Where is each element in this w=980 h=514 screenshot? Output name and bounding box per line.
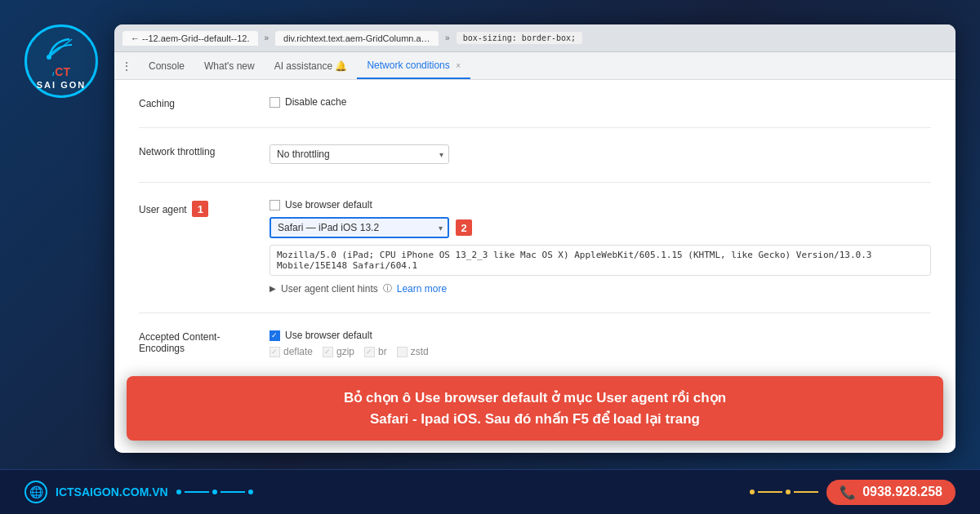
zstd-checkbox bbox=[397, 347, 408, 357]
encodings-list: deflate gzip br zstd bbox=[270, 346, 931, 357]
logo-icon bbox=[41, 33, 82, 65]
badge-2: 2 bbox=[456, 219, 472, 236]
globe-icon: 🌐 bbox=[24, 481, 47, 503]
tab-whatsnew[interactable]: What's new bbox=[194, 54, 265, 78]
encodings-label: Accepted Content- Encodings bbox=[139, 330, 270, 354]
dot-y2 bbox=[786, 490, 791, 494]
hints-row: ▶ User agent client hints ⓘ Learn more bbox=[270, 282, 931, 295]
circuit-left bbox=[176, 490, 253, 494]
throttling-control: No throttling bbox=[270, 144, 931, 164]
line2 bbox=[220, 491, 245, 493]
encoding-gzip: gzip bbox=[323, 346, 354, 357]
dot1 bbox=[176, 490, 181, 494]
deflate-label: deflate bbox=[283, 346, 313, 357]
divider1 bbox=[139, 127, 931, 128]
encoding-br: br bbox=[364, 346, 387, 357]
deflate-checkbox bbox=[270, 347, 280, 357]
logo: i CT SAI GON bbox=[16, 16, 106, 106]
browser-tab-right[interactable]: div.richtext.text.aem-GridColumn.aem-Gri… bbox=[275, 31, 439, 46]
zstd-label: zstd bbox=[411, 346, 429, 357]
disable-cache-checkbox-row[interactable]: Disable cache bbox=[270, 96, 931, 108]
phone-number: 0938.928.258 bbox=[862, 485, 942, 499]
enc-use-browser-default-label: Use browser default bbox=[285, 330, 372, 341]
bottom-bar: 🌐 ICTSAIGON.COM.VN 📞 0938.928.258 bbox=[0, 469, 980, 514]
badge-1: 1 bbox=[192, 201, 208, 217]
line-y1 bbox=[758, 491, 782, 493]
disable-cache-label: Disable cache bbox=[285, 96, 346, 108]
user-agent-control: Use browser default Safari — iPad iOS 13… bbox=[270, 199, 931, 295]
hints-triangle-icon: ▶ bbox=[270, 284, 276, 293]
tab-close-icon[interactable]: × bbox=[456, 61, 461, 70]
learn-more-link[interactable]: Learn more bbox=[397, 283, 447, 295]
circuit-right bbox=[750, 490, 818, 494]
bottom-left: 🌐 ICTSAIGON.COM.VN bbox=[24, 481, 253, 503]
dot3 bbox=[248, 490, 253, 494]
tab-ai-assistance[interactable]: AI assistance 🔔 bbox=[265, 54, 358, 78]
phone-icon: 📞 bbox=[840, 485, 856, 500]
use-browser-default-checkbox-row[interactable]: Use browser default bbox=[270, 199, 931, 210]
browser-tab-left[interactable]: ← --12.aem-Grid--default--12. bbox=[122, 31, 258, 46]
throttling-row: Network throttling No throttling bbox=[139, 144, 931, 164]
css-snippet: box-sizing: border-box; bbox=[457, 32, 582, 44]
tab-network-conditions[interactable]: Network conditions × bbox=[357, 53, 470, 79]
use-browser-default-checkbox[interactable] bbox=[270, 200, 280, 210]
br-checkbox bbox=[364, 347, 375, 357]
instruction-line1: Bỏ chọn ô Use browser default ở mục User… bbox=[344, 390, 726, 405]
user-agent-section: Use browser default Safari — iPad iOS 13… bbox=[270, 199, 931, 295]
caching-label: Caching bbox=[139, 96, 270, 109]
enc-use-browser-default-checkbox[interactable] bbox=[270, 330, 280, 341]
caching-control: Disable cache bbox=[270, 96, 931, 108]
hints-label: User agent client hints bbox=[281, 283, 378, 295]
tab-console[interactable]: Console bbox=[139, 54, 194, 78]
safari-select[interactable]: Safari — iPad iOS 13.2 bbox=[270, 217, 449, 238]
encodings-control: Use browser default deflate gzip br bbox=[270, 330, 931, 357]
bottom-right: 📞 0938.928.258 bbox=[750, 480, 956, 505]
line1 bbox=[185, 491, 209, 493]
throttling-label: Network throttling bbox=[139, 144, 270, 157]
encoding-deflate: deflate bbox=[270, 346, 313, 357]
tab-arrow2: » bbox=[445, 33, 450, 42]
logo-saigon-label: SAI GON bbox=[37, 80, 86, 90]
throttling-select[interactable]: No throttling bbox=[270, 144, 449, 164]
disable-cache-checkbox[interactable] bbox=[270, 97, 280, 108]
devtools-menu-icon[interactable]: ⋮ bbox=[121, 60, 132, 73]
user-agent-row: User agent 1 Use browser default Safari … bbox=[139, 199, 931, 295]
tab-arrow: » bbox=[265, 33, 270, 42]
gzip-checkbox bbox=[323, 347, 333, 357]
enc-use-browser-default-row[interactable]: Use browser default bbox=[270, 330, 931, 341]
user-agent-label: User agent 1 bbox=[139, 199, 270, 217]
encodings-row: Accepted Content- Encodings Use browser … bbox=[139, 330, 931, 357]
encoding-zstd: zstd bbox=[397, 346, 429, 357]
divider3 bbox=[139, 312, 931, 313]
br-label: br bbox=[378, 346, 387, 357]
instruction-box: Bỏ chọn ô Use browser default ở mục User… bbox=[127, 376, 943, 441]
info-icon: ⓘ bbox=[383, 282, 392, 295]
ua-string-field[interactable]: Mozilla/5.0 (iPad; CPU iPhone OS 13_2_3 … bbox=[270, 245, 931, 276]
instruction-line2: Safari - Ipad iOS. Sau đó nhấn F5 để loa… bbox=[370, 411, 700, 427]
logo-circle: i CT SAI GON bbox=[24, 24, 98, 98]
website-label: ICTSAIGON.COM.VN bbox=[56, 485, 168, 498]
devtools-tabs: ⋮ Console What's new AI assistance 🔔 Net… bbox=[114, 52, 956, 80]
caching-row: Caching Disable cache bbox=[139, 96, 931, 109]
dot2 bbox=[212, 490, 217, 494]
divider2 bbox=[139, 182, 931, 183]
gzip-label: gzip bbox=[336, 346, 354, 357]
phone-badge: 📞 0938.928.258 bbox=[826, 480, 956, 505]
dot-y1 bbox=[750, 490, 755, 494]
use-browser-default-label: Use browser default bbox=[285, 199, 372, 210]
line-y2 bbox=[794, 491, 818, 493]
browser-topbar: ← --12.aem-Grid--default--12. » div.rich… bbox=[114, 24, 956, 52]
